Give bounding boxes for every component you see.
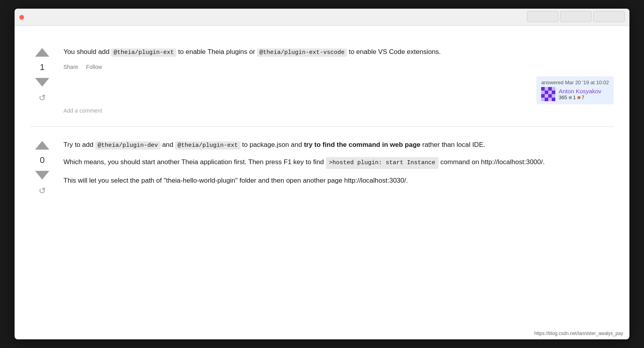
svg-rect-7 <box>552 91 555 94</box>
toolbar-buttons <box>527 11 625 22</box>
svg-rect-1 <box>545 87 548 91</box>
downvote-button-2[interactable] <box>35 171 49 180</box>
status-url: https://blog.csdn.net/lannister_awalys_p… <box>534 331 623 336</box>
svg-rect-8 <box>541 94 545 98</box>
bronze-count-1: 7 <box>582 94 584 100</box>
silver-count-1: 1 <box>573 94 576 100</box>
code-hosted-plugin: >hosted plugin: start Instance <box>326 157 439 169</box>
answer-actions-1: Share Follow <box>63 64 614 70</box>
toolbar-btn-2[interactable] <box>560 11 592 22</box>
vote-section-2: 0 ↺ <box>30 139 54 196</box>
code-plugin-ext-2: @theia/plugin-ext <box>175 141 240 150</box>
svg-rect-0 <box>541 87 545 91</box>
rep-score-1: 365 <box>558 94 567 100</box>
toolbar-btn-1[interactable] <box>527 11 558 22</box>
status-bar: https://blog.csdn.net/lannister_awalys_p… <box>534 331 623 336</box>
svg-rect-3 <box>552 87 555 91</box>
bronze-badge-1: 7 <box>577 94 584 100</box>
bold-text-2: try to find the command in web page <box>304 141 421 148</box>
upvote-button-1[interactable] <box>35 48 49 57</box>
user-rep-1: 365 1 7 <box>558 94 601 101</box>
svg-rect-11 <box>552 94 555 98</box>
answer-body-2: Try to add @theia/plugin-dev and @theia/… <box>63 139 614 192</box>
svg-rect-9 <box>545 94 548 98</box>
svg-rect-10 <box>548 94 552 98</box>
svg-rect-15 <box>552 98 555 101</box>
svg-rect-13 <box>545 98 548 101</box>
browser-window: 1 ↺ You should add @theia/plugin-ext to … <box>15 9 629 339</box>
vote-section-1: 1 ↺ <box>30 46 54 103</box>
svg-rect-5 <box>545 91 548 94</box>
code-plugin-ext-vscode: @theia/plugin-ext-vscode <box>257 48 347 57</box>
svg-rect-6 <box>548 91 552 94</box>
answer-text-1: You should add @theia/plugin-ext to enab… <box>63 46 614 57</box>
svg-rect-2 <box>548 87 552 91</box>
history-icon-2[interactable]: ↺ <box>39 186 46 196</box>
answered-info-1: answered Mar 20 '19 at 10:02 <box>536 76 614 104</box>
upvote-button-2[interactable] <box>35 141 49 150</box>
bronze-dot-1 <box>577 96 581 99</box>
code-plugin-dev: @theia/plugin-dev <box>95 141 160 150</box>
vote-count-1: 1 <box>40 62 45 72</box>
answer-text-2b: Which means, you should start another Th… <box>63 157 614 169</box>
answer-block-1: 1 ↺ You should add @theia/plugin-ext to … <box>30 34 614 127</box>
user-info-1: Anton Kosyakov 365 1 7 <box>541 87 609 101</box>
avatar-1 <box>541 87 555 101</box>
add-comment-1[interactable]: Add a comment <box>63 107 614 114</box>
page-content: 1 ↺ You should add @theia/plugin-ext to … <box>15 26 629 217</box>
svg-rect-14 <box>548 98 552 101</box>
history-icon-1[interactable]: ↺ <box>39 93 46 103</box>
answered-date-1: answered Mar 20 '19 at 10:02 <box>541 80 609 85</box>
downvote-button-1[interactable] <box>35 78 49 87</box>
follow-link-1[interactable]: Follow <box>86 64 102 70</box>
answer-block-2: 0 ↺ Try to add @theia/plugin-dev and @th… <box>30 127 614 209</box>
silver-dot-1 <box>569 96 572 99</box>
answer-text-2a: Try to add @theia/plugin-dev and @theia/… <box>63 139 614 150</box>
vote-count-2: 0 <box>40 155 45 165</box>
username-1[interactable]: Anton Kosyakov <box>558 88 601 94</box>
answer-meta-1: answered Mar 20 '19 at 10:02 <box>63 76 614 104</box>
toolbar-btn-3[interactable] <box>593 11 625 22</box>
silver-badge-1: 1 <box>569 94 576 100</box>
code-plugin-ext: @theia/plugin-ext <box>111 48 176 57</box>
user-details-1: Anton Kosyakov 365 1 7 <box>558 88 601 101</box>
svg-rect-4 <box>541 91 545 94</box>
title-bar <box>15 9 629 26</box>
share-link-1[interactable]: Share <box>63 64 78 70</box>
traffic-light-red[interactable] <box>19 15 24 20</box>
svg-rect-12 <box>541 98 545 101</box>
answer-text-2c: This will let you select the path of "th… <box>63 175 614 186</box>
answer-body-1: You should add @theia/plugin-ext to enab… <box>63 46 614 114</box>
